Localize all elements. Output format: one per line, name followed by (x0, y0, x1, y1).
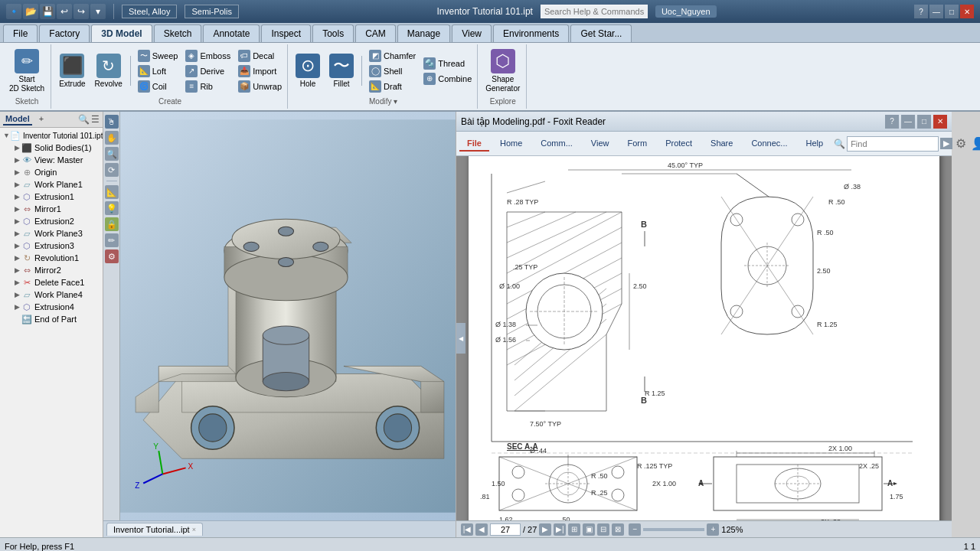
sweep-btn[interactable]: 〜 Sweep (136, 49, 181, 63)
foxit-tab-file[interactable]: File (459, 136, 489, 152)
tool-light[interactable]: 💡 (105, 201, 119, 215)
tree-item-workplane3[interactable]: ▶ ▱ Work Plane3 (2, 227, 101, 240)
viewport-tab-main[interactable]: Inventor Tutorial...ipt × (106, 523, 203, 536)
foxit-collapse-handle[interactable]: ◀ (456, 323, 466, 354)
tree-expand-root[interactable]: ▼ (3, 131, 10, 140)
rib-btn[interactable]: ≡ Rib (183, 80, 233, 93)
tab-cam[interactable]: CAM (355, 24, 396, 42)
tab-factory[interactable]: Factory (39, 24, 90, 42)
decal-btn[interactable]: 🏷 Decal (236, 49, 284, 63)
viewport-tab-close[interactable]: × (192, 526, 196, 533)
foxit-min[interactable]: — (901, 115, 915, 129)
foxit-user-icon[interactable]: 👤 (969, 135, 980, 152)
tree-item-origin[interactable]: ▶ ⊕ Origin (2, 166, 101, 178)
restore-btn[interactable]: □ (945, 5, 959, 18)
tree-item-extrusion4[interactable]: ▶ ⬡ Extrusion4 (2, 301, 101, 313)
view-toggle-2[interactable]: ▣ (583, 523, 595, 536)
tree-item-solidbodies[interactable]: ▶ ⬛ Solid Bodies(1) (2, 142, 101, 154)
tab-sketch[interactable]: Sketch (154, 24, 202, 42)
tree-expand-ext2[interactable]: ▶ (12, 217, 21, 226)
sidebar-menu-icon[interactable]: ☰ (91, 114, 100, 125)
derive-btn[interactable]: ↗ Derive (183, 64, 233, 78)
qat-undo[interactable]: ↩ (57, 4, 72, 19)
tab-manage[interactable]: Manage (397, 24, 450, 42)
foxit-search-btn[interactable]: ▶ (940, 138, 952, 149)
shape-gen-btn[interactable]: ⬡ ShapeGenerator (482, 47, 523, 95)
foxit-restore[interactable]: □ (917, 115, 931, 129)
help-btn[interactable]: ? (914, 5, 928, 18)
tree-expand-ext4[interactable]: ▶ (12, 302, 21, 311)
tab-inspect[interactable]: Inspect (261, 24, 311, 42)
first-page-btn[interactable]: |◀ (461, 523, 473, 536)
loft-btn[interactable]: 📐 Loft (136, 64, 181, 78)
coil-btn[interactable]: 🌀 Coil (136, 80, 181, 93)
qat-more[interactable]: ▾ (90, 4, 106, 19)
view-toggle-4[interactable]: ⊠ (612, 523, 624, 536)
modify-group-label[interactable]: Modify ▾ (369, 97, 397, 107)
tree-item-extrusion1[interactable]: ▶ ⬡ Extrusion1 (2, 191, 101, 203)
tool-rotate[interactable]: ⟳ (105, 163, 119, 177)
tool-zoom[interactable]: 🔍 (105, 147, 119, 161)
zoom-slider[interactable] (643, 528, 704, 531)
tree-item-workplane1[interactable]: ▶ ▱ Work Plane1 (2, 178, 101, 191)
tool-measure[interactable]: 📐 (105, 185, 119, 199)
tab-tools[interactable]: Tools (312, 24, 354, 42)
tab-view[interactable]: View (452, 24, 492, 42)
tree-item-mirror1[interactable]: ▶ ⇔ Mirror1 (2, 203, 101, 215)
zoom-in-btn[interactable]: + (707, 523, 719, 536)
tree-expand-ext3[interactable]: ▶ (12, 241, 21, 250)
qat-save[interactable]: 💾 (40, 4, 55, 19)
tree-expand-rev1[interactable]: ▶ (12, 253, 21, 262)
tree-item-revolution1[interactable]: ▶ ↻ Revolution1 (2, 252, 101, 264)
view-toggle-3[interactable]: ⊟ (597, 523, 609, 536)
tree-item-workplane4[interactable]: ▶ ▱ Work Plane4 (2, 289, 101, 301)
draft-btn[interactable]: 📐 Draft (367, 80, 418, 93)
tree-expand-wp1[interactable]: ▶ (12, 180, 21, 189)
foxit-help[interactable]: ? (885, 115, 899, 129)
tool-settings-red[interactable]: ⚙ (105, 249, 119, 263)
zoom-out-btn[interactable]: − (629, 523, 641, 536)
help-search[interactable] (541, 5, 648, 18)
page-number-input[interactable] (490, 523, 521, 536)
foxit-content[interactable]: ◀ 45.00° (456, 156, 952, 520)
foxit-tab-view[interactable]: View (583, 136, 617, 152)
hole-btn[interactable]: ⊙ Hole (292, 52, 323, 90)
tab-getstarted[interactable]: Get Star... (570, 24, 632, 42)
emboss-btn[interactable]: ◈ Emboss (183, 49, 233, 63)
tool-cursor[interactable]: 🖱 (105, 115, 119, 129)
foxit-search-input[interactable] (847, 136, 939, 152)
foxit-tab-home[interactable]: Home (492, 136, 530, 152)
tree-item-viewmaster[interactable]: ▶ 👁 View: Master (2, 154, 101, 166)
fillet-btn[interactable]: 〜 Fillet (326, 52, 357, 90)
minimize-btn[interactable]: — (929, 5, 943, 18)
foxit-tab-help[interactable]: Help (799, 136, 831, 152)
import-btn[interactable]: 📥 Import (236, 64, 284, 78)
tree-item-mirror2[interactable]: ▶ ⇔ Mirror2 (2, 264, 101, 276)
foxit-tab-form[interactable]: Form (620, 136, 655, 152)
start-sketch-btn[interactable]: ✏ Start2D Sketch (6, 47, 47, 95)
sidebar-tab-add[interactable]: + (37, 113, 46, 126)
unwrap-btn[interactable]: 📦 Unwrap (236, 80, 284, 93)
foxit-settings-icon[interactable]: ⚙ (954, 135, 968, 152)
tree-expand-origin[interactable]: ▶ (12, 168, 21, 177)
extrude-btn[interactable]: ⬛ Extrude (56, 52, 88, 90)
tab-3dmodel[interactable]: 3D Model (91, 24, 152, 42)
chamfer-btn[interactable]: ◩ Chamfer (367, 49, 418, 63)
foxit-tab-share[interactable]: Share (703, 136, 740, 152)
surface-dropdown[interactable]: Semi-Polis (185, 5, 239, 18)
tree-item-endofpart[interactable]: ▶ 🔚 End of Part (2, 313, 101, 325)
tree-expand-ext1[interactable]: ▶ (12, 192, 21, 201)
tool-pan[interactable]: ✋ (105, 131, 119, 145)
tree-item-extrusion2[interactable]: ▶ ⬡ Extrusion2 (2, 215, 101, 227)
qat-open[interactable]: 📂 (23, 4, 38, 19)
tree-expand-mir1[interactable]: ▶ (12, 204, 21, 214)
last-page-btn[interactable]: ▶| (554, 523, 566, 536)
shell-btn[interactable]: ◯ Shell (367, 64, 418, 78)
tree-expand-df1[interactable]: ▶ (12, 278, 21, 287)
sidebar-search-icon[interactable]: 🔍 (78, 114, 90, 125)
thread-btn[interactable]: 🔩 Thread (421, 57, 474, 70)
material-dropdown[interactable]: Steel, Alloy (122, 5, 177, 18)
tree-expand-wp4[interactable]: ▶ (12, 290, 21, 299)
viewport-3d[interactable]: X Y Z (120, 112, 456, 520)
view-toggle-1[interactable]: ⊞ (568, 523, 580, 536)
